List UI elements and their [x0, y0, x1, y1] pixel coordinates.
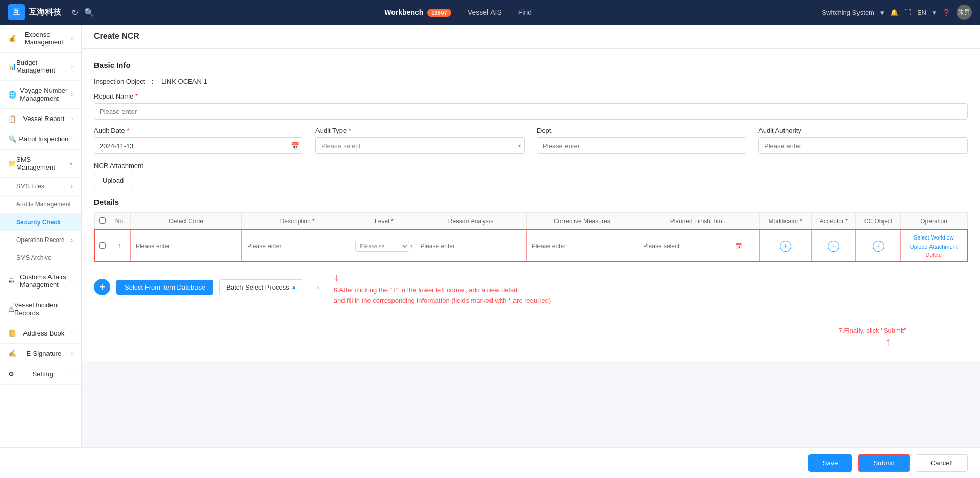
row-operation-cell: Select Workflow Upload Attachment Delete [900, 230, 967, 262]
upload-button[interactable]: Upload [94, 174, 132, 187]
find-nav[interactable]: Find [518, 8, 532, 16]
details-title: Details [94, 198, 968, 206]
chevron-down-icon[interactable]: ▾ [880, 9, 884, 16]
select-from-item-button[interactable]: Select From Item Datebase [116, 280, 213, 295]
help-icon[interactable]: ❓ [942, 9, 950, 16]
sidebar-item-sms[interactable]: 📁 SMS Management ∨ [0, 150, 81, 178]
modificator-add-button[interactable]: + [780, 241, 791, 252]
sidebar-item-sms-files[interactable]: SMS Files › [0, 178, 81, 196]
inspection-object-value: LINK OCEAN 1 [161, 78, 207, 85]
chevron-icon: › [71, 36, 73, 41]
sidebar-item-operation-record[interactable]: Operation Record › [0, 231, 81, 249]
avatar[interactable]: 朱昇 [957, 5, 972, 20]
submit-button[interactable]: Submit [858, 454, 909, 472]
defect-code-input[interactable] [133, 241, 239, 252]
audit-authority-input[interactable] [758, 137, 968, 154]
acceptor-add-button[interactable]: + [828, 241, 839, 252]
th-planned: Planned Finish Tim... [638, 213, 760, 230]
table-row: 1 Please se ▾ [94, 230, 967, 262]
add-detail-button[interactable]: + [94, 279, 110, 295]
chevron-icon: › [71, 136, 73, 142]
th-level: Level * [353, 213, 415, 230]
save-button[interactable]: Save [808, 454, 852, 472]
level-select[interactable]: Please se [355, 241, 409, 252]
sidebar-item-security-check[interactable]: Security Check [0, 213, 81, 231]
customs-icon: 🏛 [8, 277, 15, 285]
report-name-input[interactable] [94, 103, 968, 119]
sidebar-item-e-signature[interactable]: ✍ E-Signature › [0, 344, 81, 364]
search-icon[interactable]: 🔍 [84, 8, 94, 17]
bell-icon[interactable]: 🔔 [890, 9, 898, 16]
annotation-7-container: 7.Finally, click "Submit" ↑ [94, 327, 968, 349]
sidebar-item-vessel-incident[interactable]: ⚠ Vessel Incident Records [0, 295, 81, 323]
cancel-button[interactable]: Cancel! [916, 454, 968, 472]
select-workflow-link[interactable]: Select Workflow [903, 233, 965, 243]
down-arrow-icon: ↓ [334, 271, 968, 284]
sms-icon: 📁 [8, 160, 16, 168]
sidebar-item-sms-archive[interactable]: SMS Archive [0, 249, 81, 267]
row-planned-cell: 📅 [638, 230, 760, 262]
workbench-nav[interactable]: Workbench 19607 [384, 8, 451, 16]
description-input[interactable] [244, 241, 351, 252]
sidebar-item-expense[interactable]: 💰 ExpenseManagement › [0, 25, 81, 53]
annotation-text-7: 7.Finally, click "Submit" [94, 327, 968, 334]
th-operation: Operation [900, 213, 967, 230]
planned-input[interactable] [640, 241, 734, 252]
cc-add-button[interactable]: + [873, 241, 884, 252]
audit-type-select[interactable]: Please select [315, 137, 525, 154]
table-header: No. Defect Code Description * Level * Re… [94, 213, 967, 230]
chevron-icon: ∨ [69, 161, 73, 166]
chevron-icon: › [71, 351, 73, 356]
reason-input[interactable] [418, 241, 524, 252]
row-corrective-cell [526, 230, 638, 262]
row-desc-cell [242, 230, 353, 262]
ncr-attachment-section: NCR Attachment Upload [94, 162, 968, 187]
chevron-icon: › [71, 371, 73, 377]
expense-icon: 💰 [8, 35, 16, 42]
upload-attachment-link[interactable]: Upload Attachment [903, 243, 965, 252]
sidebar-item-customs[interactable]: 🏛 Customs AffairsManagement › [0, 267, 81, 295]
address-book-icon: 📒 [8, 329, 16, 337]
lang-chevron-icon[interactable]: ▾ [933, 9, 936, 16]
app-logo[interactable]: 互 互海科技 [8, 4, 61, 20]
vessel-incident-icon: ⚠ [8, 305, 14, 313]
sidebar-item-patrol[interactable]: 🔍 Patrol Inspection › [0, 129, 81, 150]
lang-selector[interactable]: EN [917, 9, 926, 16]
sidebar-item-vessel-report[interactable]: 📋 Vessel Report › [0, 109, 81, 129]
corrective-input[interactable] [529, 241, 635, 252]
logo-icon: 互 [8, 4, 24, 20]
delete-row-link[interactable]: Delete [925, 252, 942, 258]
batch-select-arrow-icon: ▲ [291, 284, 297, 290]
dept-input[interactable] [537, 137, 746, 154]
chevron-icon: › [71, 116, 73, 122]
setting-icon: ⚙ [8, 370, 14, 378]
budget-icon: 📊 [8, 63, 16, 70]
row-checkbox[interactable] [99, 242, 106, 249]
center-nav: Workbench 19607 Vessel AIS Find [94, 8, 822, 16]
inspection-object-label: Inspection Object [94, 78, 145, 85]
sidebar-item-audits[interactable]: Audits Management [0, 196, 81, 213]
batch-select-button[interactable]: Batch Select Process ▲ [219, 279, 303, 295]
select-all-checkbox[interactable] [99, 217, 106, 224]
vessel-report-icon: 📋 [8, 115, 16, 123]
ncr-attachment-label: NCR Attachment [94, 162, 968, 170]
th-acceptor: Acceptor * [812, 213, 856, 230]
audit-date-input[interactable] [94, 137, 303, 154]
audit-authority-field: Audit Authority [758, 127, 968, 154]
switching-system[interactable]: Switching System [822, 9, 874, 16]
planned-calendar-icon: 📅 [735, 243, 742, 249]
details-table: No. Defect Code Description * Level * Re… [94, 212, 968, 262]
th-description: Description * [242, 213, 353, 230]
sidebar-item-address-book[interactable]: 📒 Address Book › [0, 323, 81, 344]
footer-bar: Save Submit Cancel! [0, 447, 980, 478]
annotation-container: ↓ 6.After clicking the "+" in the lower … [334, 271, 968, 306]
expand-icon[interactable]: ⛶ [904, 9, 911, 16]
audit-type-label: Audit Type * [315, 127, 525, 134]
sidebar-item-budget[interactable]: 📊 Budget Management › [0, 53, 81, 81]
vessel-ais-nav[interactable]: Vessel AIS [468, 8, 502, 16]
sidebar-item-setting[interactable]: ⚙ Setting › [0, 364, 81, 385]
th-cc-object: CC Object [856, 213, 900, 230]
sidebar-item-voyage[interactable]: 🌐 Voyage NumberManagement › [0, 81, 81, 109]
refresh-icon[interactable]: ↻ [71, 8, 78, 17]
audit-type-field: Audit Type * Please select ▾ [315, 127, 525, 154]
